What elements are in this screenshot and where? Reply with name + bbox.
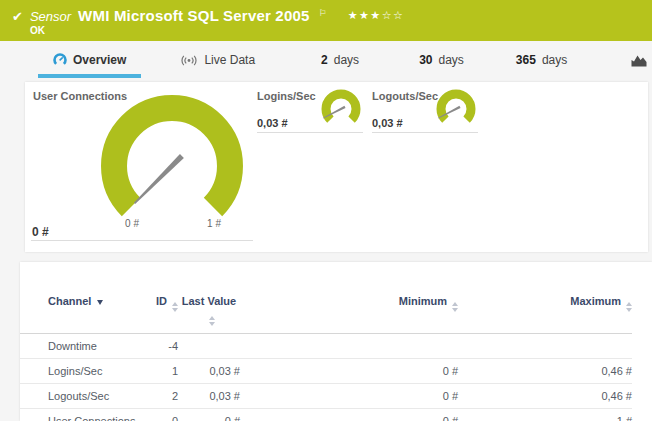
sensor-kind-label: Sensor bbox=[30, 9, 71, 24]
table-row[interactable]: User Connections 0 0 # 0 # 1 # bbox=[20, 409, 632, 421]
sort-icon bbox=[172, 302, 178, 312]
channel-id-cell: -4 bbox=[148, 334, 178, 359]
status-badge: OK bbox=[30, 25, 45, 36]
primary-gauge-value: 0 # bbox=[32, 225, 49, 239]
channel-last-value-cell bbox=[178, 334, 240, 359]
channel-cell-user-connections: User Connections 0 # 1 # 0 # bbox=[25, 82, 255, 252]
column-header-id-label: ID bbox=[156, 295, 167, 307]
mini-gauge-logins bbox=[319, 87, 363, 131]
column-header-minimum[interactable]: Minimum bbox=[240, 292, 458, 334]
channel-cell-logins-sec: Logins/Sec 0,03 # bbox=[255, 82, 367, 134]
historic-data-icon bbox=[631, 54, 647, 67]
primary-gauge-needle bbox=[133, 154, 184, 205]
channel-maximum-cell: 0,46 # bbox=[458, 384, 632, 409]
tab-365-days-label: days bbox=[542, 53, 567, 67]
tab-historic-data[interactable]: Historic Data bbox=[616, 46, 652, 78]
table-row[interactable]: Logouts/Sec 2 0,03 # 0 # 0,46 # bbox=[20, 384, 632, 409]
column-header-id[interactable]: ID bbox=[148, 292, 178, 334]
sort-icon bbox=[452, 302, 458, 312]
tab-365-days-number: 365 bbox=[516, 53, 536, 67]
tab-30-days-number: 30 bbox=[419, 53, 432, 67]
channel-name-cell[interactable]: Logouts/Sec bbox=[20, 384, 148, 409]
column-header-maximum-label: Maximum bbox=[570, 295, 621, 307]
priority-flag-icon[interactable]: ⚐ bbox=[319, 8, 327, 18]
table-row[interactable]: Logins/Sec 1 0,03 # 0 # 0,46 # bbox=[20, 359, 632, 384]
sort-descending-icon bbox=[97, 300, 103, 305]
tab-2-days-number: 2 bbox=[321, 53, 328, 67]
sort-icon bbox=[209, 316, 215, 326]
page-title: WMI Microsoft SQL Server 2005 bbox=[78, 7, 309, 24]
tab-365-days[interactable]: 365 days bbox=[501, 46, 582, 78]
mini-gauge-value: 0,03 # bbox=[257, 117, 288, 129]
channel-id-cell: 0 bbox=[148, 409, 178, 421]
sort-icon bbox=[626, 302, 632, 312]
channel-cell-logouts-sec: Logouts/Sec 0,03 # bbox=[370, 82, 482, 134]
column-header-channel-label: Channel bbox=[48, 295, 91, 307]
tab-2-days-label: days bbox=[334, 53, 359, 67]
column-header-channel[interactable]: Channel bbox=[20, 292, 148, 334]
channel-id-cell: 2 bbox=[148, 384, 178, 409]
tab-bar: Overview Live Data 2 days 30 days 365 da… bbox=[0, 46, 652, 78]
mini-gauge-title: Logins/Sec bbox=[257, 90, 316, 102]
status-ok-icon: ✔ bbox=[12, 9, 23, 24]
tab-live-data-label: Live Data bbox=[204, 53, 255, 67]
cell-separator bbox=[31, 240, 253, 241]
channel-last-value-cell: 0,03 # bbox=[178, 359, 240, 384]
cell-separator bbox=[372, 132, 478, 133]
channel-maximum-cell: 1 # bbox=[458, 409, 632, 421]
tab-30-days-label: days bbox=[438, 53, 463, 67]
channel-last-value-cell: 0 # bbox=[178, 409, 240, 421]
tab-overview-label: Overview bbox=[73, 53, 126, 67]
tab-live-data[interactable]: Live Data bbox=[165, 46, 270, 78]
sensor-overview-page: ✔ Sensor WMI Microsoft SQL Server 2005 ⚐… bbox=[0, 0, 652, 421]
column-header-maximum[interactable]: Maximum bbox=[458, 292, 632, 334]
channel-minimum-cell: 0 # bbox=[240, 384, 458, 409]
primary-gauge-scale-min: 0 # bbox=[115, 218, 149, 229]
mini-gauge-value: 0,03 # bbox=[372, 117, 403, 129]
primary-gauge-scale-max: 1 # bbox=[197, 218, 231, 229]
mini-gauge-logouts bbox=[434, 87, 478, 131]
column-header-minimum-label: Minimum bbox=[399, 295, 447, 307]
sensor-header: ✔ Sensor WMI Microsoft SQL Server 2005 ⚐… bbox=[0, 0, 652, 41]
channel-minimum-cell: 0 # bbox=[240, 359, 458, 384]
tab-overview[interactable]: Overview bbox=[38, 46, 141, 78]
channel-name-cell[interactable]: User Connections bbox=[20, 409, 148, 421]
channel-maximum-cell bbox=[458, 334, 632, 359]
live-data-icon bbox=[180, 53, 198, 67]
channels-table: Channel ID Last Value Minimum Maximum bbox=[20, 292, 632, 421]
gauge-icon bbox=[53, 53, 67, 67]
channel-id-cell: 1 bbox=[148, 359, 178, 384]
channel-name-cell[interactable]: Downtime bbox=[20, 334, 148, 359]
priority-stars[interactable]: ★★★☆☆ bbox=[348, 9, 405, 22]
table-row[interactable]: Downtime -4 bbox=[20, 334, 632, 359]
column-header-last-value-label: Last Value bbox=[182, 295, 236, 307]
channel-minimum-cell: 0 # bbox=[240, 409, 458, 421]
channel-name-cell[interactable]: Logins/Sec bbox=[20, 359, 148, 384]
gauges-panel: User Connections 0 # 1 # 0 # Logins/Sec … bbox=[25, 82, 648, 252]
channel-maximum-cell: 0,46 # bbox=[458, 359, 632, 384]
channels-table-panel: Channel ID Last Value Minimum Maximum bbox=[20, 262, 652, 421]
mini-gauge-title: Logouts/Sec bbox=[372, 90, 438, 102]
tab-30-days[interactable]: 30 days bbox=[404, 46, 479, 78]
cell-separator bbox=[257, 132, 363, 133]
channel-minimum-cell bbox=[240, 334, 458, 359]
channel-last-value-cell: 0,03 # bbox=[178, 384, 240, 409]
column-header-last-value[interactable]: Last Value bbox=[178, 292, 240, 334]
tab-2-days[interactable]: 2 days bbox=[306, 46, 374, 78]
